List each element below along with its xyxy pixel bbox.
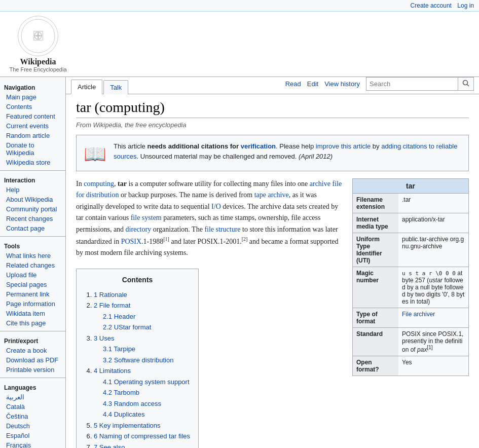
sidebar-item-printable[interactable]: Printable version bbox=[0, 365, 65, 375]
search-button[interactable] bbox=[458, 78, 473, 90]
header: ⊕ ⊞ Wikipedia The Free Encyclopedia bbox=[0, 12, 479, 77]
archive-link[interactable]: archive file for distribution bbox=[76, 180, 342, 199]
filesystem-link[interactable]: file system bbox=[131, 214, 162, 221]
toc-item-3-2: 3.2 Software distribution bbox=[103, 355, 190, 365]
posix-link[interactable]: POSIX bbox=[121, 238, 141, 245]
infobox-label-standard: Standard bbox=[353, 328, 398, 356]
contents-box: Contents 1 Rationale 2 File format 2.1 H… bbox=[76, 269, 199, 448]
sidebar-item-store[interactable]: Wikipedia store bbox=[0, 158, 65, 167]
io-link[interactable]: I/O bbox=[211, 203, 221, 210]
infobox-value-standard: POSIX since POSIX.1, presently in the de… bbox=[398, 328, 468, 356]
sidebar-item-contents[interactable]: Contents bbox=[0, 102, 65, 111]
tab-article[interactable]: Article bbox=[71, 80, 102, 94]
tape-archive-link[interactable]: tape archive bbox=[254, 191, 289, 199]
toc-link-rationale[interactable]: 1 Rationale bbox=[94, 291, 127, 298]
toc-link-limitations[interactable]: 4 Limitations bbox=[94, 367, 131, 375]
toc-item-1: 1 Rationale bbox=[94, 290, 190, 300]
toc-item-2-1: 2.1 Header bbox=[103, 312, 190, 322]
toc-link-ustar[interactable]: 2.2 UStar format bbox=[103, 323, 151, 331]
toc-item-4-2: 4.2 Tarbomb bbox=[103, 388, 190, 398]
toc-item-3: 3 Uses 3.1 Tarpipe 3.2 Software distribu… bbox=[94, 333, 190, 365]
sidebar-item-download-pdf[interactable]: Download as PDF bbox=[0, 355, 65, 365]
sidebar-item-featured[interactable]: Featured content bbox=[0, 111, 65, 121]
infobox-row-standard: Standard POSIX since POSIX.1, presently … bbox=[353, 327, 468, 356]
toc-link-key-impl[interactable]: 5 Key implementations bbox=[94, 422, 161, 429]
article-title: tar (computing) bbox=[76, 99, 469, 118]
tab-talk[interactable]: Talk bbox=[103, 80, 128, 94]
toc-link-tarpipe[interactable]: 3.1 Tarpipe bbox=[103, 345, 135, 353]
infobox: tar Filename extension .tar Internet med… bbox=[352, 178, 469, 376]
sidebar-item-donate[interactable]: Donate to Wikipedia bbox=[0, 140, 65, 158]
search-input[interactable] bbox=[366, 78, 458, 90]
sidebar-item-contact[interactable]: Contact page bbox=[0, 223, 65, 233]
log-in-link[interactable]: Log in bbox=[457, 2, 474, 9]
content-area: Article Talk Read Edit View history bbox=[66, 77, 479, 448]
sidebar-item-espanol[interactable]: Español bbox=[0, 431, 65, 440]
sidebar-item-arabic[interactable]: العربية bbox=[0, 392, 65, 402]
sidebar-item-permanent[interactable]: Permanent link bbox=[0, 289, 65, 299]
wikipedia-logo[interactable]: ⊕ ⊞ bbox=[18, 16, 58, 56]
navigation-section-title: Navigation bbox=[0, 81, 65, 92]
file-structure-link[interactable]: file structure bbox=[204, 226, 240, 233]
computing-link[interactable]: computing bbox=[84, 180, 114, 188]
sidebar-item-catala[interactable]: Català bbox=[0, 402, 65, 412]
toc-link-os[interactable]: 4.1 Operating system support bbox=[103, 378, 190, 386]
toc-link-uses[interactable]: 3 Uses bbox=[94, 334, 114, 342]
toc-link-header[interactable]: 2.1 Header bbox=[103, 313, 135, 320]
infobox-row-uti: Uniform Type Identifier (UTI) public.tar… bbox=[353, 233, 468, 267]
toc-link-software-dist[interactable]: 3.2 Software distribution bbox=[103, 356, 173, 364]
toc-link-naming[interactable]: 6 Naming of compressed tar files bbox=[94, 432, 190, 440]
tab-left: Article Talk bbox=[71, 79, 129, 94]
sidebar-item-cestina[interactable]: Čeština bbox=[0, 412, 65, 421]
tools-section-title: Tools bbox=[0, 240, 65, 251]
directory-link[interactable]: directory bbox=[126, 226, 152, 233]
tab-bar: Article Talk Read Edit View history bbox=[66, 77, 479, 94]
infobox-row-type: Type of format File archiver bbox=[353, 308, 468, 327]
toc-link-tarbomb[interactable]: 4.2 Tarbomb bbox=[103, 389, 139, 396]
search-box bbox=[366, 77, 474, 91]
logo-subtitle: The Free Encyclopedia bbox=[9, 66, 66, 72]
infobox-row-open: Open format? Yes bbox=[353, 356, 468, 376]
view-history-link[interactable]: View history bbox=[324, 80, 360, 88]
sidebar-item-main-page[interactable]: Main page bbox=[0, 92, 65, 102]
toc-link-format[interactable]: 2 File format bbox=[94, 302, 130, 309]
logo-area: ⊕ ⊞ Wikipedia The Free Encyclopedia bbox=[5, 16, 71, 72]
print-section-title: Print/export bbox=[0, 334, 65, 346]
verification-link[interactable]: verification bbox=[241, 142, 276, 150]
sidebar-item-random[interactable]: Random article bbox=[0, 131, 65, 140]
sidebar-item-what-links[interactable]: What links here bbox=[0, 251, 65, 260]
sidebar-item-about[interactable]: About Wikipedia bbox=[0, 195, 65, 204]
toc-sub-2: 2.1 Header 2.2 UStar format bbox=[103, 312, 190, 332]
sidebar-item-special[interactable]: Special pages bbox=[0, 280, 65, 289]
infobox-label-filename: Filename extension bbox=[353, 194, 398, 213]
edit-link-tab[interactable]: Edit bbox=[307, 80, 318, 88]
citation-text: This article needs additional citations … bbox=[114, 141, 461, 161]
toc-item-2-2: 2.2 UStar format bbox=[103, 322, 190, 332]
sidebar-item-recent[interactable]: Recent changes bbox=[0, 214, 65, 223]
sidebar-item-upload[interactable]: Upload file bbox=[0, 270, 65, 280]
toc-link-random-access[interactable]: 4.3 Random access bbox=[103, 400, 161, 407]
contents-title: Contents bbox=[85, 274, 190, 285]
create-account-link[interactable]: Create account bbox=[411, 2, 452, 9]
sidebar-item-current-events[interactable]: Current events bbox=[0, 121, 65, 131]
toc-item-4: 4 Limitations 4.1 Operating system suppo… bbox=[94, 366, 190, 420]
svg-text:⊞: ⊞ bbox=[32, 27, 45, 44]
toc-link-duplicates[interactable]: 4.4 Duplicates bbox=[103, 410, 144, 418]
toc-link-see-also[interactable]: 7 See also bbox=[94, 443, 125, 448]
contents-list: 1 Rationale 2 File format 2.1 Header 2.2… bbox=[94, 290, 190, 448]
file-archiver-link[interactable]: File archiver bbox=[402, 311, 435, 318]
infobox-row-magic: Magic number u s t a r \0 0 0 at byte 25… bbox=[353, 267, 468, 308]
improve-article-link[interactable]: improve this article bbox=[316, 142, 371, 150]
sidebar-item-francais[interactable]: Français bbox=[0, 440, 65, 448]
sidebar-item-wikidata[interactable]: Wikidata item bbox=[0, 309, 65, 318]
sidebar-item-page-info[interactable]: Page information bbox=[0, 299, 65, 309]
sidebar-item-create-book[interactable]: Create a book bbox=[0, 346, 65, 355]
sidebar-item-community[interactable]: Community portal bbox=[0, 204, 65, 214]
read-link[interactable]: Read bbox=[285, 80, 301, 88]
infobox-value-media: application/x-tar bbox=[398, 213, 468, 233]
sidebar-item-deutsch[interactable]: Deutsch bbox=[0, 421, 65, 431]
sidebar-item-help[interactable]: Help bbox=[0, 185, 65, 195]
svg-line-4 bbox=[467, 85, 469, 87]
sidebar-item-related-changes[interactable]: Related changes bbox=[0, 260, 65, 270]
sidebar-item-cite[interactable]: Cite this page bbox=[0, 318, 65, 328]
